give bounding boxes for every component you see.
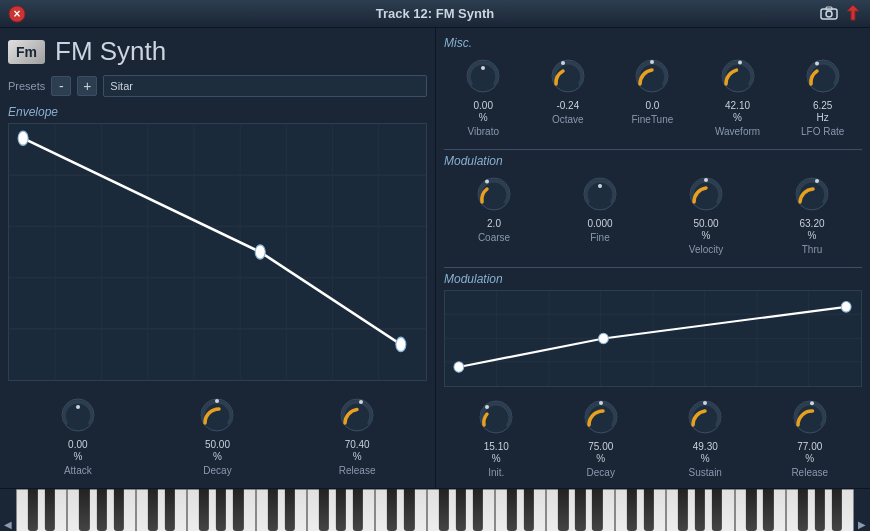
- camera-icon[interactable]: [820, 6, 838, 22]
- black-key[interactable]: [216, 489, 226, 531]
- decay2-knob[interactable]: [579, 395, 623, 439]
- svg-point-3: [826, 11, 832, 17]
- svg-point-57: [841, 302, 851, 313]
- modulation2-label: Modulation: [444, 272, 862, 286]
- black-key[interactable]: [267, 489, 277, 531]
- velocity-knob[interactable]: [684, 172, 728, 216]
- black-key[interactable]: [575, 489, 585, 531]
- black-key[interactable]: [79, 489, 89, 531]
- black-key[interactable]: [96, 489, 106, 531]
- fine-container: 0.000 Fine: [578, 172, 622, 255]
- waveform-value: 42.10%: [725, 100, 750, 124]
- release2-knob[interactable]: [788, 395, 832, 439]
- piano-left-arrow[interactable]: ◀: [0, 489, 16, 531]
- decay-knob[interactable]: [195, 393, 239, 437]
- black-key[interactable]: [524, 489, 534, 531]
- sustain-knob[interactable]: [683, 395, 727, 439]
- black-key[interactable]: [404, 489, 414, 531]
- thru-knob[interactable]: [790, 172, 834, 216]
- svg-point-18: [18, 131, 28, 145]
- black-key[interactable]: [627, 489, 637, 531]
- black-key[interactable]: [507, 489, 517, 531]
- velocity-label: Velocity: [689, 244, 723, 255]
- svg-text:×: ×: [13, 7, 20, 21]
- black-key[interactable]: [695, 489, 705, 531]
- preset-select[interactable]: Sitar: [103, 75, 427, 97]
- release2-label: Release: [791, 467, 828, 478]
- mod-envelope-area: [444, 290, 862, 387]
- svg-point-26: [359, 400, 363, 404]
- decay-knob-container: 50.00 % Decay: [195, 393, 239, 476]
- black-key[interactable]: [199, 489, 209, 531]
- plugin-header: Fm FM Synth: [8, 36, 427, 67]
- preset-next-button[interactable]: +: [77, 76, 97, 96]
- svg-point-56: [599, 333, 609, 344]
- sustain-label: Sustain: [689, 467, 722, 478]
- black-key[interactable]: [319, 489, 329, 531]
- attack-knob[interactable]: [56, 393, 100, 437]
- pin-icon[interactable]: [846, 4, 860, 24]
- svg-marker-5: [847, 5, 859, 20]
- release2-container: 77.00% Release: [788, 395, 832, 478]
- black-key[interactable]: [798, 489, 808, 531]
- presets-label: Presets: [8, 80, 45, 92]
- black-key[interactable]: [353, 489, 363, 531]
- lforate-knob[interactable]: [801, 54, 845, 98]
- black-key[interactable]: [438, 489, 448, 531]
- svg-point-44: [815, 179, 819, 183]
- black-key[interactable]: [165, 489, 175, 531]
- octave-knob[interactable]: [546, 54, 590, 98]
- black-key[interactable]: [678, 489, 688, 531]
- svg-point-28: [481, 66, 485, 70]
- decay2-label: Decay: [587, 467, 615, 478]
- release-label: Release: [339, 465, 376, 476]
- black-key[interactable]: [832, 489, 842, 531]
- release-knob[interactable]: [335, 393, 379, 437]
- modulation1-section: Modulation 2.0 Coarse: [444, 154, 862, 255]
- velocity-container: 50.00% Velocity: [684, 172, 728, 255]
- window-title: Track 12: FM Synth: [376, 6, 494, 21]
- lforate-value: 6.25Hz: [813, 100, 832, 124]
- piano-right-arrow[interactable]: ▶: [854, 489, 870, 531]
- black-key[interactable]: [763, 489, 773, 531]
- black-key[interactable]: [233, 489, 243, 531]
- envelope-knobs: 0.00 % Attack 50.00 %: [8, 389, 427, 480]
- svg-point-40: [598, 184, 602, 188]
- finetune-knob[interactable]: [630, 54, 674, 98]
- svg-point-22: [76, 405, 80, 409]
- vibrato-knob[interactable]: [461, 54, 505, 98]
- black-key[interactable]: [558, 489, 568, 531]
- black-key[interactable]: [28, 489, 38, 531]
- vibrato-value: 0.00%: [474, 100, 493, 124]
- black-key[interactable]: [336, 489, 346, 531]
- svg-point-20: [396, 337, 406, 351]
- init-knob[interactable]: [474, 395, 518, 439]
- sustain-container: 49.30% Sustain: [683, 395, 727, 478]
- svg-point-61: [599, 401, 603, 405]
- black-key[interactable]: [592, 489, 602, 531]
- coarse-knob[interactable]: [472, 172, 516, 216]
- black-key[interactable]: [45, 489, 55, 531]
- waveform-knob[interactable]: [716, 54, 760, 98]
- black-key[interactable]: [473, 489, 483, 531]
- black-key[interactable]: [456, 489, 466, 531]
- misc-knobs: 0.00% Vibrato -0.24 Octave: [444, 54, 862, 137]
- octave-label: Octave: [552, 114, 584, 125]
- black-key[interactable]: [285, 489, 295, 531]
- black-key[interactable]: [113, 489, 123, 531]
- coarse-label: Coarse: [478, 232, 510, 243]
- octave-container: -0.24 Octave: [546, 54, 590, 137]
- vibrato-label: Vibrato: [468, 126, 500, 137]
- black-key[interactable]: [644, 489, 654, 531]
- black-key[interactable]: [815, 489, 825, 531]
- modulation1-knobs: 2.0 Coarse 0.000 Fine: [444, 172, 862, 255]
- fine-knob[interactable]: [578, 172, 622, 216]
- piano-section: ◀ C3C4C5C6C7C8C ▶: [0, 488, 870, 531]
- black-key[interactable]: [387, 489, 397, 531]
- black-key[interactable]: [746, 489, 756, 531]
- black-key[interactable]: [712, 489, 722, 531]
- svg-point-63: [703, 401, 707, 405]
- close-button[interactable]: ×: [8, 5, 26, 23]
- black-key[interactable]: [148, 489, 158, 531]
- preset-prev-button[interactable]: -: [51, 76, 71, 96]
